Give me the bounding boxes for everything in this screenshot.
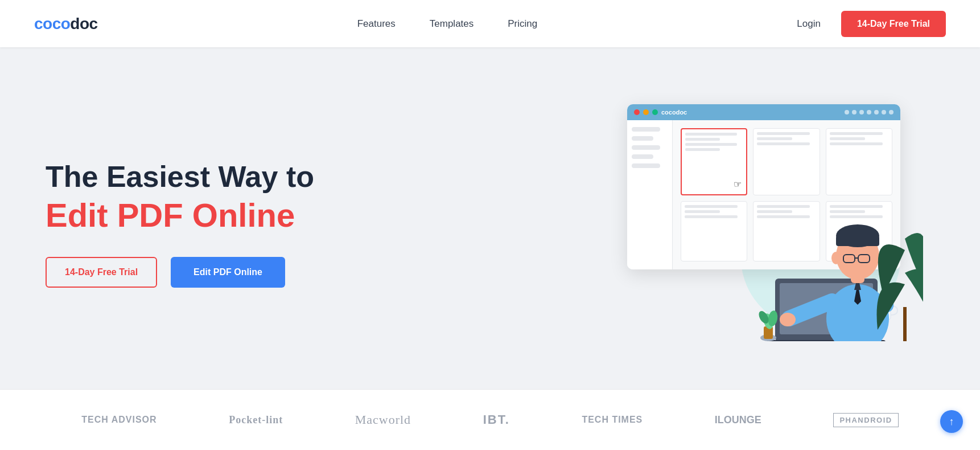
browser-nav-dot xyxy=(859,110,864,114)
sidebar-line xyxy=(632,136,653,141)
sidebar-line xyxy=(632,154,653,159)
nav-links: Features Templates Pricing xyxy=(357,18,538,30)
hero-buttons: 14-Day Free Trial Edit PDF Online xyxy=(46,257,314,288)
brand-phandroid: PHANDROID xyxy=(833,413,898,427)
brand-ilounge: iLounge xyxy=(715,414,761,426)
hero-edit-button[interactable]: Edit PDF Online xyxy=(171,257,285,288)
sidebar-line xyxy=(632,145,660,150)
logo[interactable]: cocodoc xyxy=(34,15,98,33)
browser-nav-dot xyxy=(889,110,893,114)
svg-point-18 xyxy=(831,252,841,264)
browser-logo: cocodoc xyxy=(661,109,687,116)
nav-trial-button[interactable]: 14-Day Free Trial xyxy=(841,11,946,37)
svg-rect-14 xyxy=(836,236,879,246)
nav-right: Login 14-Day Free Trial xyxy=(797,11,946,37)
browser-nav-dot xyxy=(852,110,857,114)
svg-rect-22 xyxy=(903,307,907,341)
doc-line xyxy=(685,215,738,218)
nav-login[interactable]: Login xyxy=(797,18,821,30)
doc-line xyxy=(685,210,720,213)
brand-techadvisor: TECH ADVISOR xyxy=(81,415,157,425)
doc-line xyxy=(685,138,720,141)
sidebar-line xyxy=(632,127,660,132)
browser-titlebar: cocodoc xyxy=(627,104,900,120)
sidebar-line xyxy=(632,163,660,168)
browser-dot-red xyxy=(634,109,640,115)
logo-doc: doc xyxy=(70,15,97,32)
browser-nav-dot xyxy=(867,110,871,114)
nav-features[interactable]: Features xyxy=(357,18,396,30)
doc-line xyxy=(685,133,737,136)
person-illustration xyxy=(758,125,923,343)
doc-line xyxy=(685,143,737,146)
hero-title-top: The Easiest Way to xyxy=(46,160,314,194)
browser-nav-dot xyxy=(874,110,879,114)
nav-templates[interactable]: Templates xyxy=(430,18,473,30)
hero-trial-button[interactable]: 14-Day Free Trial xyxy=(46,257,157,288)
browser-sidebar xyxy=(627,120,673,269)
doc-line xyxy=(685,148,720,151)
cursor-icon: ☞ xyxy=(734,179,742,190)
svg-point-21 xyxy=(780,313,796,326)
hero-section: The Easiest Way to Edit PDF Online 14-Da… xyxy=(0,47,980,389)
browser-dot-green xyxy=(652,109,658,115)
brand-ibt: IBT. xyxy=(483,412,510,427)
scroll-up-button[interactable]: ↑ xyxy=(940,410,963,433)
hero-left: The Easiest Way to Edit PDF Online 14-Da… xyxy=(46,160,314,288)
browser-nav-dot xyxy=(845,110,849,114)
hero-illustration: cocodoc xyxy=(616,104,934,343)
brands-bar: TECH ADVISOR Pocket-lint Macworld IBT. T… xyxy=(0,389,980,450)
brand-techtimes: TECH TIMES xyxy=(582,415,643,425)
nav-pricing[interactable]: Pricing xyxy=(508,18,537,30)
browser-nav-dots xyxy=(845,110,893,114)
logo-coco: coco xyxy=(34,15,70,32)
browser-nav-dot xyxy=(882,110,886,114)
brand-macworld: Macworld xyxy=(355,412,411,427)
doc-card-selected: ☞ xyxy=(681,128,747,195)
brand-pocketlint: Pocket-lint xyxy=(229,414,283,426)
navbar: cocodoc Features Templates Pricing Login… xyxy=(0,0,980,47)
doc-card xyxy=(681,201,747,262)
browser-dot-yellow xyxy=(643,109,649,115)
hero-title-red: Edit PDF Online xyxy=(46,197,314,235)
doc-line xyxy=(685,205,738,208)
